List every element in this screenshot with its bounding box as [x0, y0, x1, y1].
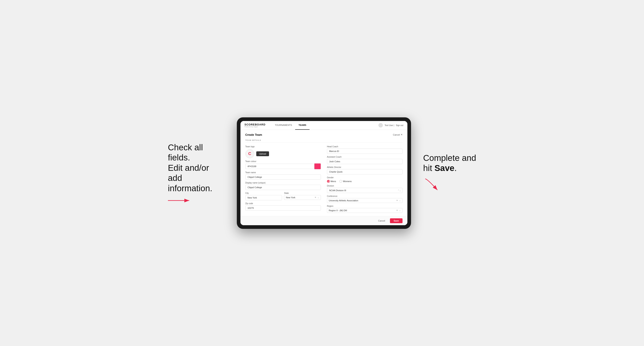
- annotation-line1: Check all fields.: [168, 143, 203, 162]
- region-label: Region: [327, 205, 402, 207]
- conference-field: Conference University Athletic Associati…: [327, 195, 402, 203]
- left-annotation: Check all fields. Edit and/or add inform…: [168, 143, 225, 203]
- conference-select[interactable]: University Athletic Association ✕ ⌄: [327, 198, 402, 203]
- team-name-field: Team name: [245, 172, 321, 180]
- user-label: Test User |: [384, 124, 394, 127]
- nav-right: Test User | Sign out: [378, 123, 403, 128]
- upload-button[interactable]: Upload: [256, 151, 269, 156]
- right-annotation: Complete and hit Save.: [423, 153, 476, 193]
- team-name-label: Team name: [245, 172, 321, 173]
- region-chevron-icon: ⌄: [399, 209, 401, 211]
- state-clear-icon[interactable]: ✕: [314, 196, 316, 198]
- city-input[interactable]: [245, 195, 282, 200]
- team-colour-input[interactable]: [245, 164, 314, 169]
- athletic-director-field: Athletic Director: [327, 166, 402, 174]
- save-button[interactable]: Save: [390, 218, 402, 223]
- zip-input[interactable]: [245, 205, 321, 211]
- conference-chevron-icon: ⌄: [399, 199, 401, 201]
- gender-row: Mens Womens: [327, 180, 402, 183]
- nav-teams[interactable]: TEAMS: [295, 121, 310, 130]
- user-avatar: [378, 123, 383, 128]
- logo-upload-row: C Upload: [245, 149, 321, 158]
- region-select[interactable]: Region II - (M) DIII ✕ ⌄: [327, 208, 402, 213]
- team-logo-label: Team logo: [245, 146, 321, 148]
- gender-mens-radio[interactable]: Mens: [327, 180, 336, 183]
- display-name-label: Display name (unique): [245, 182, 321, 184]
- head-coach-input[interactable]: [327, 149, 402, 154]
- logo-circle: C: [245, 149, 254, 158]
- gender-womens-radio[interactable]: Womens: [339, 180, 352, 183]
- annotation-right-line1: Complete and: [423, 153, 476, 163]
- state-label: State: [284, 192, 321, 194]
- conference-clear-icon[interactable]: ✕: [396, 199, 398, 201]
- athletic-director-label: Athletic Director: [327, 166, 402, 168]
- division-field: Division NCAA Division III ⌃⌄: [327, 185, 402, 193]
- logo-sub: Powered by clippd: [244, 126, 266, 128]
- signout-link[interactable]: Sign out: [396, 124, 403, 127]
- tablet-screen: SCOREBOARD Powered by clippd TOURNAMENTS…: [240, 121, 408, 225]
- display-name-input[interactable]: [245, 185, 321, 190]
- state-field: State New York ✕ ⌄: [284, 192, 321, 200]
- page-title: Create Team: [245, 133, 262, 136]
- state-value: New York: [286, 196, 295, 199]
- city-label: City: [245, 192, 282, 194]
- logo-text: SCOREBOARD: [244, 123, 266, 126]
- state-select[interactable]: New York ✕ ⌄: [284, 195, 321, 200]
- athletic-director-input[interactable]: [327, 169, 402, 174]
- tablet-shell: SCOREBOARD Powered by clippd TOURNAMENTS…: [237, 117, 411, 229]
- form-grid: Team logo C Upload Team colour: [245, 146, 402, 213]
- cancel-button[interactable]: Cancel: [376, 218, 388, 223]
- womens-radio-circle: [339, 180, 342, 183]
- color-row: [245, 163, 321, 169]
- gender-label: Gender: [327, 176, 402, 179]
- assistant-coach-field: Assistant Coach: [327, 156, 402, 164]
- assistant-coach-label: Assistant Coach: [327, 156, 402, 158]
- header-cancel-button[interactable]: Cancel ✕: [393, 133, 402, 136]
- conference-label: Conference: [327, 195, 402, 197]
- gender-field: Gender Mens Womens: [327, 176, 402, 183]
- display-name-field: Display name (unique): [245, 182, 321, 190]
- division-label: Division: [327, 185, 402, 187]
- assistant-coach-input[interactable]: [327, 159, 402, 164]
- annotation-line2: Edit and/or add: [168, 163, 209, 183]
- team-name-input[interactable]: [245, 174, 321, 180]
- logo-area: SCOREBOARD Powered by clippd: [244, 123, 266, 128]
- form-footer: Cancel Save: [240, 216, 408, 225]
- zip-label: Zip code: [245, 202, 321, 204]
- navbar: SCOREBOARD Powered by clippd TOURNAMENTS…: [240, 121, 408, 130]
- annotation-right-line2: hit Save.: [423, 163, 457, 173]
- team-colour-label: Team colour: [245, 160, 321, 163]
- team-colour-field: Team colour: [245, 160, 321, 169]
- state-chevron-icon: ⌄: [318, 196, 319, 198]
- region-clear-icon[interactable]: ✕: [396, 209, 398, 211]
- color-swatch[interactable]: [314, 163, 321, 169]
- form-right: Head Coach Assistant Coach Athletic Dire…: [327, 146, 402, 213]
- head-coach-label: Head Coach: [327, 146, 402, 148]
- team-logo-section: Team logo C Upload: [245, 146, 321, 158]
- conference-value: University Athletic Association: [329, 199, 358, 202]
- page-header: Create Team Cancel ✕: [245, 133, 402, 136]
- section-label: TEAM DETAILS: [245, 139, 402, 143]
- zip-field: Zip code: [245, 202, 321, 211]
- right-arrow-icon: [423, 177, 440, 193]
- main-content: Create Team Cancel ✕ TEAM DETAILS Team l…: [240, 130, 408, 216]
- form-left: Team logo C Upload Team colour: [245, 146, 321, 213]
- nav-tournaments[interactable]: TOURNAMENTS: [272, 121, 295, 130]
- head-coach-field: Head Coach: [327, 146, 402, 154]
- division-select-wrapper: NCAA Division III ⌃⌄: [327, 188, 402, 193]
- city-field: City: [245, 192, 282, 200]
- left-arrow-icon: [168, 197, 192, 203]
- city-state-row: City State New York ✕ ⌄: [245, 192, 321, 200]
- region-value: Region II - (M) DIII: [329, 209, 347, 212]
- annotation-line3: information.: [168, 183, 212, 193]
- region-field: Region Region II - (M) DIII ✕ ⌄: [327, 205, 402, 213]
- nav-links: TOURNAMENTS TEAMS: [272, 121, 378, 130]
- division-select[interactable]: NCAA Division III: [327, 188, 402, 193]
- mens-radio-circle: [327, 180, 330, 183]
